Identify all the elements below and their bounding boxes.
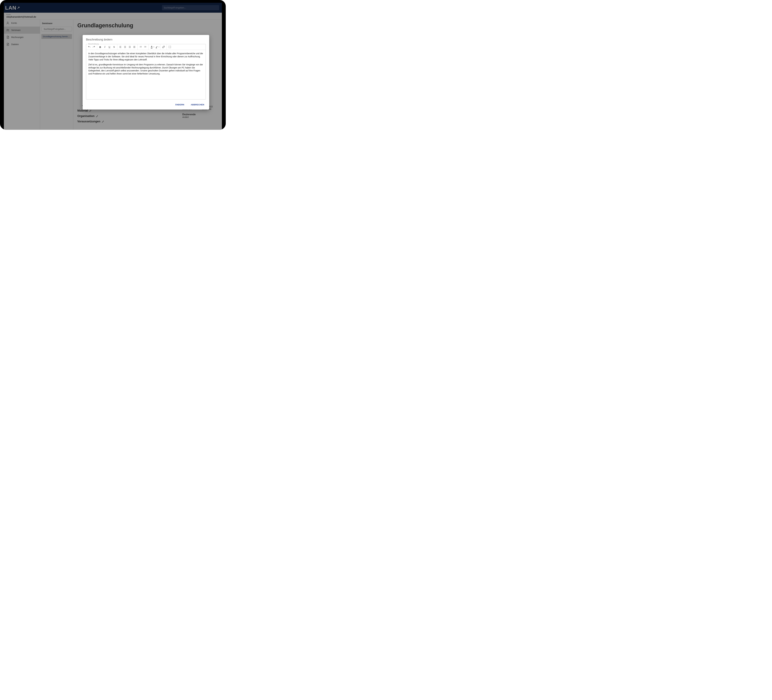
fullscreen-icon [168,46,171,48]
italic-button[interactable]: I [103,45,107,49]
undo-button[interactable] [87,45,92,49]
align-left-icon [119,46,122,48]
editor-field-label: Beschreibung [88,43,99,45]
align-center-button[interactable] [123,45,127,49]
editor-textarea[interactable]: In den Grundlagenschulungen erhalten Sie… [86,50,206,99]
modal-title: Beschreibung ändern [86,38,206,41]
underline-icon: U [109,46,110,48]
chevron-down-icon[interactable]: ▾ [159,46,159,48]
align-right-icon [128,46,131,48]
editor-paragraph: In den Grundlagenschulungen erhalten Sie… [88,52,203,61]
svg-text:2: 2 [139,47,140,48]
italic-icon: I [105,46,105,48]
fullscreen-button[interactable] [168,45,172,49]
submit-button[interactable]: ÄNDERN [174,102,186,107]
ordered-list-button[interactable]: 12 [139,45,143,49]
link-button[interactable] [161,45,166,49]
ordered-list-icon: 12 [139,46,142,48]
redo-icon [93,46,95,48]
redo-button[interactable] [92,45,96,49]
align-center-icon [124,46,126,48]
edit-description-modal: Beschreibung ändern Beschreibung B [83,35,209,110]
undo-icon [88,46,91,48]
link-icon [162,46,165,48]
editor-toolbar: B I U S 12 [86,44,206,50]
highlight-icon [155,46,158,48]
bold-icon: B [100,46,101,48]
modal-actions: ÄNDERN ABBRECHEN [86,102,206,107]
text-color-icon: A [151,46,152,48]
highlight-color-button[interactable] [155,45,159,49]
align-justify-button[interactable] [132,45,136,49]
editor-paragraph: Ziel ist es, grundlegende Kenntnisse im … [88,63,203,75]
rich-text-editor: Beschreibung B I U S [86,44,206,100]
bold-button[interactable]: B [98,45,102,49]
align-justify-icon [133,46,136,48]
chevron-down-icon[interactable]: ▾ [154,46,154,48]
strikethrough-button[interactable]: S [112,45,116,49]
align-right-button[interactable] [128,45,132,49]
strikethrough-icon: S [113,46,115,48]
underline-button[interactable]: U [107,45,112,49]
unordered-list-icon [144,46,147,48]
text-color-button[interactable]: A [149,45,154,49]
unordered-list-button[interactable] [143,45,147,49]
cancel-button[interactable]: ABBRECHEN [189,102,206,107]
align-left-button[interactable] [118,45,123,49]
